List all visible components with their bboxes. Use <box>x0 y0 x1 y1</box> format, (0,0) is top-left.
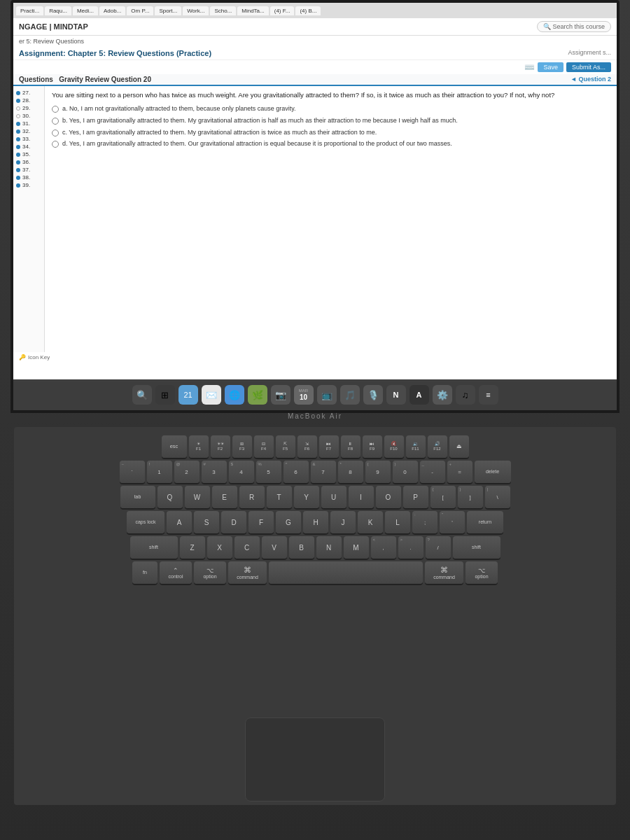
key-i[interactable]: I <box>349 486 374 508</box>
key-f9[interactable]: ⏭F9 <box>363 435 382 458</box>
key-9[interactable]: (9 <box>365 461 391 483</box>
key-f12[interactable]: 🔊F12 <box>428 435 447 458</box>
dock-launchpad[interactable]: ⊞ <box>155 385 175 405</box>
key-semicolon[interactable]: :; <box>412 511 438 533</box>
dock-bars[interactable]: ≡ <box>479 385 498 405</box>
key-2[interactable]: @2 <box>174 461 200 483</box>
answer-option-d[interactable]: d. Yes, I am gravitationally attracted t… <box>52 140 610 148</box>
qnav-32[interactable]: 32. <box>15 127 43 135</box>
key-f7[interactable]: ⏮F7 <box>319 435 339 458</box>
qnav-31[interactable]: 31. <box>15 120 43 127</box>
key-f11[interactable]: 🔉F11 <box>406 435 426 458</box>
key-f10[interactable]: 🔇F10 <box>384 435 404 458</box>
tab-sport[interactable]: Sport... <box>155 6 181 15</box>
key-h[interactable]: H <box>303 511 328 533</box>
key-n[interactable]: N <box>316 536 342 559</box>
key-r[interactable]: R <box>239 486 265 508</box>
tab-mindta[interactable]: MindTa... <box>237 6 268 15</box>
tab-4b[interactable]: (4) B... <box>295 6 321 15</box>
answer-option-b[interactable]: b. Yes, I am gravitationally attracted t… <box>52 117 610 125</box>
key-f2[interactable]: ☀☀F2 <box>211 435 230 458</box>
dock-system[interactable]: 21 <box>178 385 198 405</box>
dock-photos[interactable]: 🌿 <box>248 385 267 405</box>
key-caps[interactable]: caps lock <box>127 511 164 533</box>
question-nav-label[interactable]: ◄ Question 2 <box>570 76 611 83</box>
key-s[interactable]: S <box>194 511 219 533</box>
key-quote[interactable]: "' <box>440 511 465 533</box>
key-j[interactable]: J <box>330 511 356 533</box>
radio-d[interactable] <box>52 141 59 148</box>
dock-tv[interactable]: 📺 <box>317 385 337 405</box>
key-p[interactable]: P <box>403 486 428 508</box>
answer-option-c[interactable]: c. Yes, I am gravitationally attracted t… <box>52 129 610 137</box>
key-space[interactable] <box>269 561 423 584</box>
key-v[interactable]: V <box>262 536 287 559</box>
key-3[interactable]: #3 <box>202 461 227 483</box>
key-f5[interactable]: ⇱F5 <box>276 435 295 458</box>
tab-medi[interactable]: Medi... <box>73 6 98 15</box>
key-5[interactable]: %5 <box>256 461 281 483</box>
qnav-33[interactable]: 33. <box>15 135 43 143</box>
key-slash[interactable]: ?/ <box>426 536 451 559</box>
key-control[interactable]: ⌃ control <box>160 561 192 584</box>
radio-b[interactable] <box>52 118 59 125</box>
key-return[interactable]: return <box>467 511 503 533</box>
tab-scho[interactable]: Scho... <box>210 6 236 15</box>
key-esc[interactable]: esc <box>162 435 187 458</box>
dock-n[interactable]: N <box>386 385 406 405</box>
tab-raqu[interactable]: Raqu... <box>45 6 71 15</box>
key-0[interactable]: )0 <box>393 461 418 483</box>
key-w[interactable]: W <box>185 486 210 508</box>
dock-camera[interactable]: 📷 <box>271 385 290 405</box>
key-tab[interactable]: tab <box>120 486 155 508</box>
qnav-28[interactable]: 28. <box>15 97 43 104</box>
key-d[interactable]: D <box>221 511 246 533</box>
key-shift-left[interactable]: shift <box>130 536 178 559</box>
dock-spotify[interactable]: ♫ <box>456 385 475 405</box>
key-x[interactable]: X <box>207 536 232 559</box>
key-f[interactable]: F <box>248 511 274 533</box>
key-e[interactable]: E <box>212 486 237 508</box>
qnav-29[interactable]: 29. <box>15 104 43 112</box>
key-1[interactable]: !1 <box>147 461 172 483</box>
dock-a[interactable]: A <box>410 385 429 405</box>
key-8[interactable]: *8 <box>338 461 363 483</box>
tab-4f[interactable]: (4) F... <box>270 6 295 15</box>
dock-podcast[interactable]: 🎙️ <box>363 385 383 405</box>
key-g[interactable]: G <box>276 511 301 533</box>
key-z[interactable]: Z <box>180 536 205 559</box>
key-command-left[interactable]: ⌘ command <box>228 561 267 584</box>
dock-finder[interactable]: 🔍 <box>132 385 152 405</box>
qnav-30[interactable]: 30. <box>15 112 43 120</box>
tab-om[interactable]: Om P... <box>127 6 153 15</box>
key-b[interactable]: B <box>289 536 314 559</box>
key-rbracket[interactable]: }] <box>458 486 483 508</box>
key-4[interactable]: $4 <box>229 461 254 483</box>
key-option-left[interactable]: ⌥ option <box>194 561 226 584</box>
key-tilde[interactable]: ~` <box>120 461 145 483</box>
dock-music[interactable]: 🎵 <box>340 385 360 405</box>
key-fn[interactable]: fn <box>132 561 158 584</box>
radio-c[interactable] <box>52 130 59 136</box>
key-backslash[interactable]: |\ <box>485 486 510 508</box>
search-bar[interactable]: 🔍 Search this course <box>537 21 611 32</box>
key-a[interactable]: A <box>167 511 192 533</box>
key-option-right[interactable]: ⌥ option <box>465 561 498 584</box>
tab-work[interactable]: Work... <box>183 6 209 15</box>
key-7[interactable]: &7 <box>311 461 336 483</box>
key-f1[interactable]: ☀F1 <box>189 435 209 458</box>
qnav-39[interactable]: 39. <box>15 181 43 189</box>
key-l[interactable]: L <box>385 511 410 533</box>
key-y[interactable]: Y <box>294 486 319 508</box>
key-backspace[interactable]: delete <box>475 461 511 483</box>
qnav-38[interactable]: 38. <box>15 174 43 181</box>
key-m[interactable]: M <box>344 536 369 559</box>
key-equals[interactable]: += <box>447 461 472 483</box>
key-u[interactable]: U <box>321 486 346 508</box>
radio-a[interactable] <box>52 106 59 113</box>
key-minus[interactable]: _- <box>420 461 445 483</box>
key-o[interactable]: O <box>376 486 401 508</box>
key-q[interactable]: Q <box>158 486 183 508</box>
key-comma[interactable]: <, <box>371 536 396 559</box>
tab-practi[interactable]: Practi... <box>16 6 43 15</box>
